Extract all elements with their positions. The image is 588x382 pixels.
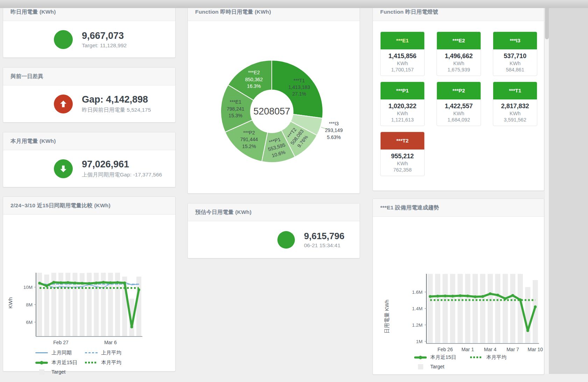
panel-yesterday-usage: 昨日用電量 (KWh) 9,667,073 Target: 11,128,992 bbox=[3, 3, 176, 58]
stat-subtitle: 昨日與前日用電量 5,524,175 bbox=[82, 106, 151, 114]
legend-item-square[interactable]: Target bbox=[414, 364, 470, 369]
stat-body: 9,615,796 06-21 15:34:41 bbox=[188, 221, 360, 258]
panel-title: Function 即時日用電量 (KWh) bbox=[195, 8, 271, 16]
donut-center-total: 5208057 bbox=[253, 106, 290, 117]
light-tile-target: 3,591,562 bbox=[493, 117, 537, 123]
svg-text:Mar 6: Mar 6 bbox=[104, 340, 117, 345]
legend-label: Target bbox=[430, 364, 444, 369]
stat-subtitle: 上個月同期用電Gap: -17,377,566 bbox=[82, 171, 162, 179]
stat-timestamp: 06-21 15:34:41 bbox=[304, 242, 345, 249]
panel-yesterday-lights: Function 昨日用電燈號 ***E11,415,856KWh1,700,1… bbox=[373, 3, 544, 191]
legend-item-thick[interactable]: 本月近15日 bbox=[414, 354, 470, 361]
panel-e1-trend: ***E1 設備用電達成趨勢 1.6M1.4M1.2M1MFeb 26Mar 1… bbox=[373, 199, 544, 375]
light-tile-value: 1,415,856 bbox=[381, 53, 424, 60]
legend-item-dash[interactable]: 上月平均 bbox=[85, 349, 135, 356]
status-circle-icon bbox=[277, 231, 295, 249]
legend-item-dot[interactable]: 本月平均 bbox=[85, 359, 135, 366]
svg-text:Feb 26: Feb 26 bbox=[438, 347, 453, 352]
light-tile-unit: KWh bbox=[381, 61, 424, 66]
light-tile-label: ***E2 bbox=[437, 32, 481, 49]
compare-chart-legend: 上月同期上月平均本月近15日本月平均Target bbox=[3, 349, 151, 375]
panel-title: 本月用電量 (KWh) bbox=[10, 138, 56, 145]
panel-header: 預估今日用電量 (KWh) bbox=[188, 203, 360, 221]
svg-text:KWh: KWh bbox=[7, 297, 13, 309]
legend-item-thick[interactable]: 本月近15日 bbox=[35, 359, 85, 366]
legend-item-dot[interactable]: 本月平均 bbox=[470, 354, 526, 361]
donut-label-pct: 16.3% bbox=[245, 83, 263, 90]
legend-swatch-shape bbox=[418, 364, 423, 369]
svg-text:1.2M: 1.2M bbox=[412, 322, 423, 328]
desktop-right-area bbox=[549, 0, 588, 374]
legend-label: 上月同期 bbox=[51, 349, 72, 356]
donut-label-value: 798,241 bbox=[227, 106, 245, 112]
light-tile-label: ***T1 bbox=[493, 82, 537, 99]
light-tile-p2: ***P21,422,557KWh1,684,092 bbox=[437, 82, 481, 126]
arrow-up-circle-icon bbox=[54, 95, 73, 113]
light-tile-target: 1,700,157 bbox=[381, 67, 424, 72]
e1-chart-legend: 本月近15日本月平均Target bbox=[373, 354, 533, 369]
stat-body: 9,667,073 Target: 11,128,992 bbox=[3, 21, 175, 58]
legend-item-square[interactable]: Target bbox=[35, 369, 85, 375]
light-tile-label: ***P1 bbox=[381, 82, 424, 99]
stat-value: Gap: 4,142,898 bbox=[82, 94, 151, 105]
donut-label-name: ***E1 bbox=[227, 99, 245, 105]
panel-estimate-today: 預估今日用電量 (KWh) 9,615,796 06-21 15:34:41 bbox=[187, 203, 360, 258]
donut-label-e1: ***E1798,24115.3% bbox=[227, 99, 245, 119]
light-tile-value: 1,496,662 bbox=[437, 53, 481, 60]
legend-item-thin[interactable]: 上月同期 bbox=[35, 349, 85, 356]
panel-title: 預估今日用電量 (KWh) bbox=[195, 209, 252, 216]
panel-title: Function 昨日用電燈號 bbox=[380, 8, 438, 16]
stat-body: 97,026,961 上個月同期用電Gap: -17,377,566 bbox=[3, 150, 175, 187]
legend-swatch-shape bbox=[85, 362, 98, 363]
light-tile-value: 955,212 bbox=[381, 153, 424, 160]
light-tile-value: 1,422,557 bbox=[437, 103, 481, 110]
stat-subtitle: Target: 11,128,992 bbox=[82, 42, 127, 49]
legend-swatch-shape bbox=[414, 356, 427, 359]
light-tile-label: ***P2 bbox=[437, 82, 481, 99]
light-tile-e2: ***E21,496,662KWh1,675,939 bbox=[437, 32, 481, 76]
panel-gap-prev-day: 與前一日差異 Gap: 4,142,898 昨日與前日用電量 5,524,175 bbox=[3, 67, 176, 123]
panel-header: 本月用電量 (KWh) bbox=[3, 132, 175, 150]
donut-label-name: ***E2 bbox=[245, 69, 263, 76]
svg-text:8M: 8M bbox=[26, 302, 33, 307]
donut-label-value: 293,149 bbox=[325, 127, 343, 134]
realtime-donut-chart[interactable]: 5208057 ***T11,413,18327.1%***I3293,1495… bbox=[188, 21, 360, 191]
light-tiles-grid: ***E11,415,856KWh1,700,157***E21,496,662… bbox=[380, 32, 537, 176]
donut-label-i3: ***I3293,1495.63% bbox=[325, 120, 343, 141]
legend-label: 本月平均 bbox=[486, 354, 506, 361]
light-tile-label: ***T2 bbox=[381, 132, 424, 150]
legend-swatch bbox=[414, 356, 427, 359]
panel-realtime-donut: Function 即時日用電量 (KWh) 5208057 ***T11,413… bbox=[187, 3, 360, 194]
light-tile-label: ***I3 bbox=[493, 32, 537, 49]
legend-label: Target bbox=[51, 369, 65, 375]
svg-text:Mar 4: Mar 4 bbox=[484, 347, 497, 352]
compare-line-chart[interactable]: 10M8M6MFeb 27Mar 6KWh bbox=[3, 215, 175, 349]
light-tile-unit: KWh bbox=[381, 161, 424, 166]
stat-body: Gap: 4,142,898 昨日與前日用電量 5,524,175 bbox=[3, 85, 175, 123]
svg-text:10M: 10M bbox=[23, 285, 33, 290]
legend-swatch bbox=[470, 356, 483, 358]
light-tile-target: 1,121,613 bbox=[381, 117, 424, 123]
donut-label-pct: 5.63% bbox=[325, 134, 343, 141]
svg-text:1M: 1M bbox=[416, 339, 423, 344]
donut-label-value: 791,444 bbox=[240, 137, 258, 143]
status-circle-icon bbox=[54, 30, 73, 49]
light-tile-t1: ***T12,817,832KWh3,591,562 bbox=[493, 82, 537, 126]
legend-label: 本月平均 bbox=[101, 359, 121, 366]
donut-label-name: ***I3 bbox=[325, 120, 343, 127]
legend-label: 上月平均 bbox=[101, 349, 121, 356]
panel-header: 2/24~3/10 近15日同期用電量比較 (KWh) bbox=[3, 197, 175, 215]
legend-swatch-shape bbox=[39, 369, 44, 375]
light-tile-t2: ***T2955,212KWh762,358 bbox=[380, 132, 425, 176]
vertical-scrollbar[interactable] bbox=[544, 0, 549, 374]
panel-title: ***E1 設備用電達成趨勢 bbox=[380, 204, 439, 211]
light-tile-i3: ***I3537,710KWh584,861 bbox=[493, 32, 537, 76]
panel-15day-compare: 2/24~3/10 近15日同期用電量比較 (KWh) 10M8M6MFeb 2… bbox=[3, 196, 176, 371]
svg-text:Mar 10: Mar 10 bbox=[527, 347, 543, 352]
light-tile-unit: KWh bbox=[437, 61, 481, 66]
donut-label-pct: 27.1% bbox=[288, 91, 310, 97]
panel-title: 與前一日差異 bbox=[10, 73, 43, 80]
legend-label: 本月近15日 bbox=[51, 359, 77, 366]
e1-trend-line-chart[interactable]: 1.6M1.4M1.2M1MFeb 26Mar 1Mar 4Mar 7Mar 1… bbox=[373, 217, 544, 354]
legend-swatch bbox=[35, 362, 48, 364]
